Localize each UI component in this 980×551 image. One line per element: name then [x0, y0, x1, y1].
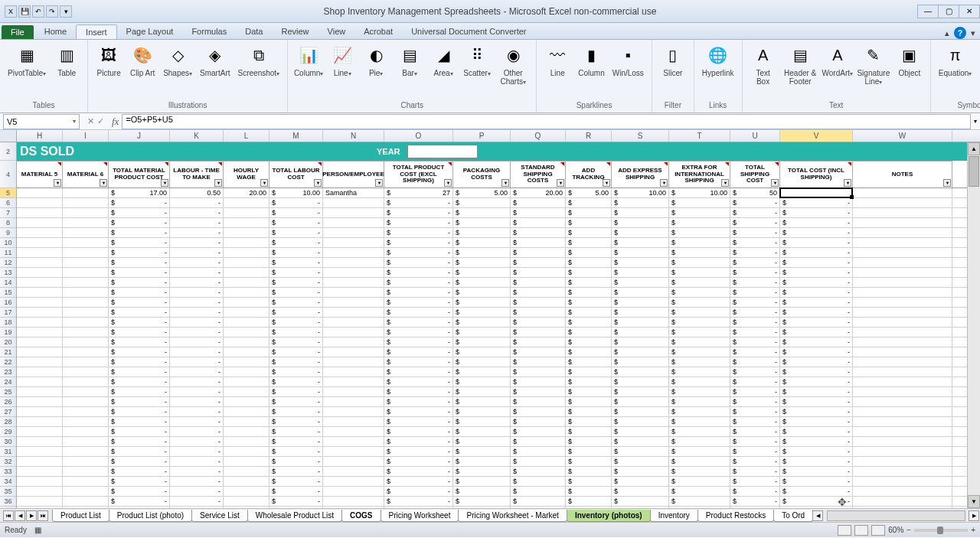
- cell-I8[interactable]: [63, 218, 109, 227]
- cell-J33[interactable]: $-: [109, 467, 170, 476]
- column-header-R[interactable]: R: [566, 130, 612, 142]
- cell-R16[interactable]: $: [566, 298, 612, 307]
- cells[interactable]: DS SOLD YEAR MATERIAL 5▾MATERIAL 6▾TOTAL…: [17, 142, 980, 508]
- cell-O30[interactable]: $-: [384, 437, 453, 446]
- sheet-tab-pricing-worksheet-market[interactable]: Pricing Worksheet - Market: [458, 510, 567, 522]
- cell-L18[interactable]: [224, 318, 270, 327]
- cell-W23[interactable]: [853, 367, 952, 377]
- cell-N6[interactable]: [323, 198, 384, 207]
- picture-button[interactable]: 🖼Picture: [93, 41, 125, 79]
- cell-P34[interactable]: $: [453, 477, 511, 486]
- cell-K10[interactable]: -: [170, 238, 224, 247]
- cell-R5[interactable]: $5.00: [566, 188, 612, 197]
- cell-P10[interactable]: $: [453, 238, 511, 247]
- cell-W8[interactable]: [853, 218, 952, 227]
- page-break-view-icon[interactable]: [871, 525, 885, 536]
- sheet-tab-inventory-photos-[interactable]: Inventory (photos): [567, 510, 651, 522]
- tab-page-layout[interactable]: Page Layout: [117, 24, 183, 39]
- cell-M7[interactable]: $-: [270, 208, 323, 217]
- cell-L15[interactable]: [224, 288, 270, 297]
- cell-U30[interactable]: $-: [730, 437, 780, 446]
- last-sheet-icon[interactable]: ⏭: [38, 510, 48, 521]
- cell-I12[interactable]: [63, 258, 109, 267]
- cell-J15[interactable]: $-: [109, 288, 170, 297]
- row-header-20[interactable]: 20: [0, 337, 16, 347]
- cell-W7[interactable]: [853, 208, 952, 217]
- line-chart-button[interactable]: 📈Line: [326, 41, 358, 80]
- cell-H10[interactable]: [17, 238, 63, 247]
- cell-J11[interactable]: $-: [109, 248, 170, 257]
- next-sheet-icon[interactable]: ▶: [26, 510, 37, 521]
- cell-Q21[interactable]: $: [511, 347, 566, 357]
- cell-H29[interactable]: [17, 427, 63, 436]
- formula-bar[interactable]: =O5+P5+U5: [122, 114, 971, 129]
- cell-T9[interactable]: $: [669, 228, 730, 237]
- cell-O11[interactable]: $-: [384, 248, 453, 257]
- cell-L10[interactable]: [224, 238, 270, 247]
- cell-N23[interactable]: [323, 367, 384, 377]
- cell-K12[interactable]: -: [170, 258, 224, 267]
- cell-S31[interactable]: $: [612, 447, 669, 456]
- cell-O22[interactable]: $-: [384, 357, 453, 367]
- cell-S34[interactable]: $: [612, 477, 669, 486]
- cell-U33[interactable]: $-: [730, 467, 780, 476]
- cell-P6[interactable]: $: [453, 198, 511, 207]
- horizontal-scrollbar[interactable]: [827, 510, 965, 521]
- row-header-13[interactable]: 13: [0, 268, 16, 278]
- save-icon[interactable]: 💾: [18, 5, 31, 18]
- cell-K35[interactable]: -: [170, 487, 224, 496]
- bar-chart-button[interactable]: ▤Bar: [394, 41, 426, 80]
- cell-M16[interactable]: $-: [270, 298, 323, 307]
- cell-J5[interactable]: $17.00: [109, 188, 170, 197]
- tab-acrobat[interactable]: Acrobat: [354, 24, 402, 39]
- cell-P8[interactable]: $: [453, 218, 511, 227]
- cell-J7[interactable]: $-: [109, 208, 170, 217]
- cell-T33[interactable]: $: [669, 467, 730, 476]
- cell-J13[interactable]: $-: [109, 268, 170, 277]
- tab-view[interactable]: View: [318, 24, 355, 39]
- scroll-up-icon[interactable]: ▲: [968, 142, 980, 155]
- cell-V6[interactable]: $-: [780, 198, 853, 207]
- cell-S9[interactable]: $: [612, 228, 669, 237]
- tab-review[interactable]: Review: [272, 24, 318, 39]
- cell-U37[interactable]: $-: [730, 507, 780, 508]
- sheet-tab-product-list-photo-[interactable]: Product List (photo): [109, 510, 192, 522]
- cell-W36[interactable]: [853, 497, 952, 506]
- filter-dropdown-icon[interactable]: ▾: [100, 179, 107, 187]
- cell-M6[interactable]: $-: [270, 198, 323, 207]
- cell-W10[interactable]: [853, 238, 952, 247]
- cell-R9[interactable]: $: [566, 228, 612, 237]
- cell-M36[interactable]: $-: [270, 497, 323, 506]
- cell-Q27[interactable]: $: [511, 407, 566, 416]
- cell-J28[interactable]: $-: [109, 417, 170, 426]
- cell-T32[interactable]: $: [669, 457, 730, 466]
- cell-N12[interactable]: [323, 258, 384, 267]
- row-header-18[interactable]: 18: [0, 318, 16, 328]
- cell-V22[interactable]: $-: [780, 357, 853, 367]
- hscroll-right-icon[interactable]: ▶: [969, 510, 979, 521]
- column-chart-button[interactable]: 📊Column: [292, 41, 325, 80]
- cell-J6[interactable]: $-: [109, 198, 170, 207]
- scroll-down-icon[interactable]: ▼: [968, 495, 980, 508]
- cell-T18[interactable]: $: [669, 318, 730, 327]
- cell-O26[interactable]: $-: [384, 397, 453, 406]
- filter-dropdown-icon[interactable]: ▾: [557, 179, 564, 187]
- cell-N13[interactable]: [323, 268, 384, 277]
- cell-R29[interactable]: $: [566, 427, 612, 436]
- cell-N36[interactable]: [323, 497, 384, 506]
- cell-P20[interactable]: $: [453, 337, 511, 347]
- cell-J27[interactable]: $-: [109, 407, 170, 416]
- cell-O12[interactable]: $-: [384, 258, 453, 267]
- cell-S25[interactable]: $: [612, 387, 669, 396]
- cell-N35[interactable]: [323, 487, 384, 496]
- cell-M11[interactable]: $-: [270, 248, 323, 257]
- cell-J12[interactable]: $-: [109, 258, 170, 267]
- tab-formulas[interactable]: Formulas: [182, 24, 236, 39]
- zoom-slider[interactable]: [914, 529, 968, 532]
- redo-icon[interactable]: ↷: [46, 5, 58, 18]
- cell-L37[interactable]: [224, 507, 270, 508]
- cell-I32[interactable]: [63, 457, 109, 466]
- cell-V15[interactable]: $-: [780, 288, 853, 297]
- cell-S28[interactable]: $: [612, 417, 669, 426]
- cell-V27[interactable]: $-: [780, 407, 853, 416]
